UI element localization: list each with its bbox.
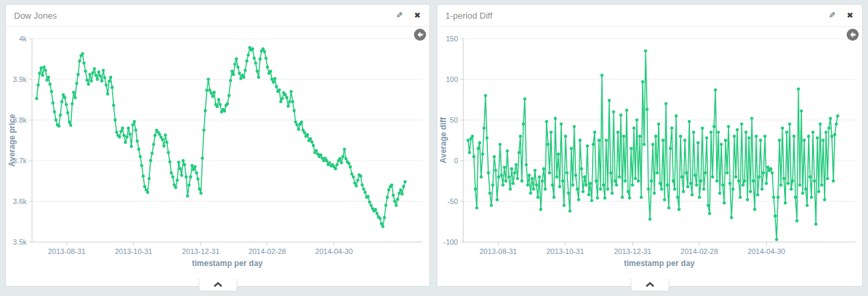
svg-text:2013-10-31: 2013-10-31	[115, 247, 152, 255]
svg-text:2014-02-28: 2014-02-28	[249, 247, 286, 255]
svg-text:150: 150	[446, 35, 458, 43]
panel-header-icons: ✎ ✖	[396, 11, 421, 19]
svg-text:100: 100	[446, 75, 458, 83]
dow-jones-panel: Dow Jones ✎ ✖ 3.5k3.6k3.7k3.8k3.9k4k2013…	[5, 4, 430, 287]
svg-text:50: 50	[450, 116, 458, 124]
panel-header-icons: ✎ ✖	[829, 11, 853, 19]
collapse-panel-tab[interactable]	[631, 279, 669, 291]
back-button[interactable]	[414, 29, 426, 41]
svg-text:3.9k: 3.9k	[13, 75, 27, 83]
diff-chart-area: -100-500501001502013-08-312013-10-312013…	[437, 27, 862, 286]
svg-text:2014-02-28: 2014-02-28	[681, 247, 718, 255]
close-icon[interactable]: ✖	[414, 11, 421, 19]
panel-title: 1-period Diff	[445, 11, 493, 21]
edit-pencil-icon[interactable]: ✎	[396, 11, 403, 19]
svg-text:-100: -100	[443, 238, 458, 246]
svg-text:4k: 4k	[19, 35, 27, 43]
collapse-panel-tab[interactable]	[199, 279, 237, 291]
svg-text:2013-12-31: 2013-12-31	[182, 247, 219, 255]
svg-text:timestamp per day: timestamp per day	[624, 259, 695, 268]
chevron-up-icon	[645, 282, 655, 287]
svg-text:2013-08-31: 2013-08-31	[479, 247, 517, 255]
svg-text:-50: -50	[447, 197, 458, 205]
dow-jones-chart[interactable]: 3.5k3.6k3.7k3.8k3.9k4k2013-08-312013-10-…	[6, 27, 429, 286]
svg-text:3.5k: 3.5k	[13, 238, 27, 246]
svg-text:0: 0	[454, 157, 458, 165]
edit-pencil-icon[interactable]: ✎	[829, 11, 835, 19]
back-button[interactable]	[847, 29, 859, 41]
svg-text:2014-04-30: 2014-04-30	[315, 247, 353, 255]
left-arrow-icon	[417, 31, 423, 38]
svg-text:Average diff: Average diff	[439, 117, 448, 163]
close-icon[interactable]: ✖	[847, 11, 853, 19]
svg-text:3.6k: 3.6k	[13, 197, 27, 205]
chevron-up-icon	[213, 282, 223, 287]
svg-text:2013-08-31: 2013-08-31	[48, 247, 85, 255]
left-arrow-icon	[849, 31, 856, 38]
svg-text:2013-10-31: 2013-10-31	[547, 247, 584, 255]
svg-text:Average price: Average price	[7, 114, 17, 167]
diff-chart[interactable]: -100-500501001502013-08-312013-10-312013…	[437, 27, 862, 286]
diff-panel: 1-period Diff ✎ ✖ -100-500501001502013-0…	[437, 4, 863, 287]
svg-text:2014-04-30: 2014-04-30	[747, 247, 785, 255]
dow-jones-chart-area: 3.5k3.6k3.7k3.8k3.9k4k2013-08-312013-10-…	[6, 27, 429, 286]
diff-panel-header: 1-period Diff ✎ ✖	[437, 5, 862, 27]
svg-text:2013-12-31: 2013-12-31	[614, 247, 651, 255]
svg-text:timestamp per day: timestamp per day	[192, 259, 263, 268]
dow-jones-panel-header: Dow Jones ✎ ✖	[6, 5, 429, 27]
panel-title: Dow Jones	[14, 11, 57, 21]
